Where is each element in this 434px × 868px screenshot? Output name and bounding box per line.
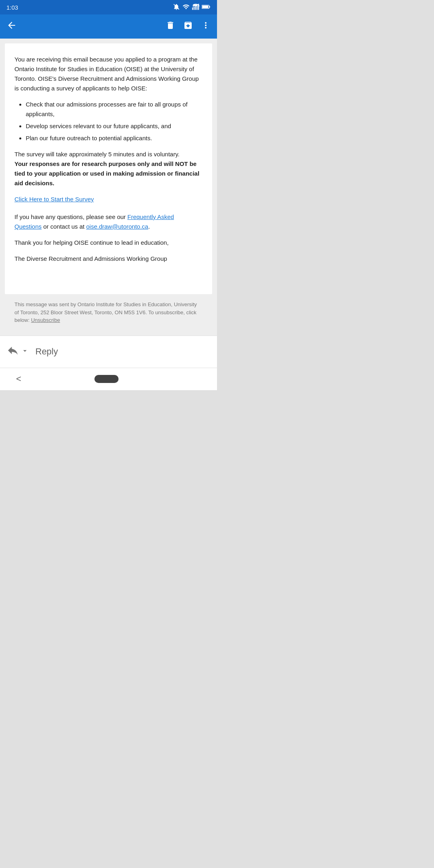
svg-rect-7 <box>209 6 210 8</box>
intro-paragraph: You are receiving this email because you… <box>14 55 203 93</box>
bullet-list: Check that our admissions processes are … <box>26 100 203 143</box>
svg-rect-2 <box>194 6 194 10</box>
status-time: 1:03 <box>6 4 18 11</box>
battery-icon <box>202 4 211 10</box>
voluntary-text: The survey will take approximately 5 min… <box>14 151 180 158</box>
svg-rect-8 <box>202 6 208 8</box>
email-scroll-area: You are receiving this email because you… <box>0 39 217 336</box>
faq-middle-word: or contact us at <box>43 223 85 230</box>
svg-rect-4 <box>197 4 197 10</box>
back-button[interactable] <box>6 20 17 33</box>
reply-label[interactable]: Reply <box>35 346 58 357</box>
thank-you-paragraph: Thank you for helping OISE continue to l… <box>14 238 203 248</box>
back-nav-icon[interactable]: < <box>16 374 21 384</box>
svg-rect-5 <box>198 4 199 10</box>
archive-button[interactable] <box>183 20 193 33</box>
reply-bar: Reply <box>0 336 217 368</box>
reply-icon[interactable] <box>6 344 19 360</box>
home-pill[interactable] <box>94 375 119 383</box>
status-bar: 1:03 <box>0 0 217 14</box>
app-bar <box>0 14 217 39</box>
delete-button[interactable] <box>166 20 175 33</box>
svg-rect-1 <box>192 7 193 10</box>
wifi-icon <box>182 3 190 12</box>
survey-link[interactable]: Click Here to Start the Survey <box>14 194 203 204</box>
unsubscribe-link[interactable]: Unsubscribe <box>31 317 60 323</box>
bottom-nav: < <box>0 368 217 390</box>
voluntary-paragraph: The survey will take approximately 5 min… <box>14 149 203 188</box>
muted-bell-icon <box>173 3 180 12</box>
app-bar-left <box>6 20 17 33</box>
faq-paragraph: If you have any questions, please see ou… <box>14 212 203 231</box>
email-card: You are receiving this email because you… <box>5 43 212 294</box>
reply-dropdown-icon[interactable] <box>21 347 29 357</box>
bullet-item-3: Plan our future outreach to potential ap… <box>26 133 203 143</box>
faq-intro-text: If you have any questions, please see ou… <box>14 213 126 220</box>
more-options-button[interactable] <box>201 20 211 33</box>
signal-icon <box>192 3 199 12</box>
bullet-item-1: Check that our admissions processes are … <box>26 100 203 119</box>
email-body: You are receiving this email because you… <box>14 55 203 264</box>
bullet-item-2: Develop services relevant to our future … <box>26 121 203 131</box>
svg-rect-3 <box>195 6 196 10</box>
faq-period: . <box>148 223 150 230</box>
app-bar-right <box>166 20 211 33</box>
status-icons <box>173 3 211 12</box>
email-contact-link[interactable]: oise.draw@utoronto.ca <box>86 223 148 230</box>
bold-notice: Your responses are for research purposes… <box>14 160 199 186</box>
signature-paragraph: The Diverse Recruitment and Admissions W… <box>14 254 203 264</box>
email-footer: This message was sent by Ontario Institu… <box>5 294 212 331</box>
